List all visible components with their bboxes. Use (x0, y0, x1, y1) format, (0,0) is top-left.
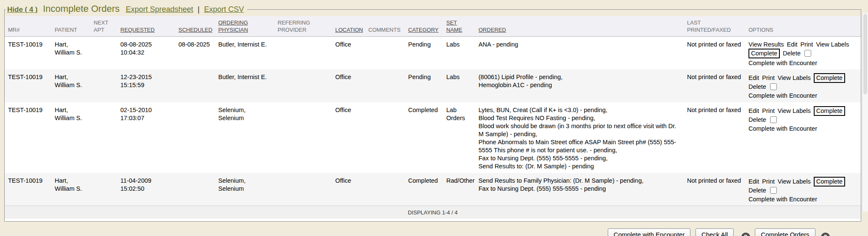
col-header-referring-provider: REFERRING PROVIDER (274, 16, 332, 36)
export-spreadsheet-link[interactable]: Export Spreadsheet (126, 5, 193, 14)
referring-provider-cell (274, 36, 332, 69)
orders-table-wrap: MR# PATIENT NEXT APT REQUESTED SCHEDULED… (5, 16, 861, 221)
view-labels-link[interactable]: View Labels (816, 41, 849, 48)
next-apt-cell (90, 173, 117, 206)
last-printed-cell: Not printed or faxed (684, 102, 745, 173)
hide-link[interactable]: Hide ( 4 ) (7, 5, 38, 14)
complete-link[interactable]: Complete (814, 73, 845, 83)
category-cell: Completed (405, 102, 443, 173)
view-labels-link[interactable]: View Labels (778, 74, 811, 81)
col-header-patient: PATIENT (51, 16, 90, 36)
complete-with-encounter-button[interactable]: Complete with Encounter (608, 228, 691, 236)
ordered-cell: Lytes, BUN, Creat (Call if K+ is <3.0) -… (475, 102, 684, 173)
col-header-next-apt: NEXT APT (90, 16, 117, 36)
referring-provider-cell (274, 102, 332, 173)
patient-cell: Hart, William S. (51, 102, 90, 173)
order-row: TEST-10019 Hart, William S. 02-15-2010 1… (5, 102, 861, 173)
view-labels-link[interactable]: View Labels (778, 107, 811, 114)
help-icon[interactable]: ? (821, 233, 830, 236)
check-all-button[interactable]: Check All (696, 228, 734, 236)
options-cell: EditPrintView LabelsCompleteDeleteComple… (745, 173, 861, 206)
scheduled-cell: 08-08-2025 (175, 36, 215, 69)
location-cell: Office (332, 36, 365, 69)
ordering-physician-cell: Selenium, Selenium (215, 173, 274, 206)
complete-link[interactable]: Complete (814, 106, 845, 116)
complete-checkbox[interactable] (770, 187, 777, 194)
complete-link[interactable]: Complete (748, 49, 780, 58)
category-cell: Pending (405, 36, 443, 69)
col-header-ordering-physician[interactable]: ORDERING PHYSICIAN (215, 16, 274, 36)
last-printed-cell: Not printed or faxed (684, 173, 745, 206)
edit-link[interactable]: Edit (787, 41, 798, 48)
pager-row: DISPLAYING 1-4 / 4 (5, 206, 861, 219)
help-icon[interactable]: ? (741, 233, 750, 236)
order-row: TEST-10019 Hart, William S. 11-04-2009 1… (5, 173, 861, 206)
ordered-cell: ANA - pending (475, 36, 684, 69)
last-printed-cell: Not printed or faxed (684, 36, 745, 69)
print-link[interactable]: Print (762, 74, 775, 81)
patient-cell: Hart, William S. (51, 36, 90, 69)
ordering-physician-cell: Butler, Internist E. (215, 36, 274, 69)
comments-cell (365, 102, 405, 173)
complete-checkbox[interactable] (770, 116, 777, 123)
panel-title: Incomplete Orders (43, 3, 120, 14)
referring-provider-cell (274, 173, 332, 206)
header-row: MR# PATIENT NEXT APT REQUESTED SCHEDULED… (5, 16, 861, 36)
options-cell: EditPrintView LabelsCompleteDeleteComple… (745, 102, 861, 173)
complete-with-encounter-link[interactable]: Complete with Encounter (748, 92, 854, 100)
col-header-set-name[interactable]: SET NAME (443, 16, 475, 36)
complete-with-encounter-link[interactable]: Complete with Encounter (748, 59, 854, 67)
patient-cell: Hart, William S. (51, 173, 90, 206)
requested-cell: 02-15-2010 17:03:07 (117, 102, 175, 173)
category-cell: Pending (405, 69, 443, 102)
comments-cell (365, 173, 405, 206)
col-header-mr: MR# (5, 16, 51, 36)
location-cell: Office (332, 173, 365, 206)
scrollbar-thumb[interactable] (863, 14, 867, 94)
panel-legend: Hide ( 4 ) Incomplete Orders Export Spre… (6, 3, 247, 15)
col-header-last-printed: LAST PRINTED/FAXED (684, 16, 745, 36)
complete-checkbox[interactable] (804, 50, 811, 57)
col-header-comments: COMMENTS (365, 16, 405, 36)
complete-with-encounter-link[interactable]: Complete with Encounter (748, 125, 854, 133)
set-name-cell: Labs (443, 36, 475, 69)
edit-link[interactable]: Edit (748, 107, 759, 114)
print-link[interactable]: Print (801, 41, 813, 48)
location-cell: Office (332, 102, 365, 173)
print-link[interactable]: Print (762, 107, 775, 114)
col-header-scheduled[interactable]: SCHEDULED (175, 16, 215, 36)
complete-link[interactable]: Complete (814, 177, 845, 187)
delete-link[interactable]: Delete (748, 187, 766, 194)
mr-cell: TEST-10019 (5, 102, 51, 173)
col-header-ordered[interactable]: ORDERED (475, 16, 684, 36)
mr-cell: TEST-10019 (5, 173, 51, 206)
view-labels-link[interactable]: View Labels (778, 178, 811, 185)
edit-link[interactable]: Edit (748, 178, 759, 185)
col-header-requested[interactable]: REQUESTED (117, 16, 175, 36)
bottom-button-bar: Complete with Encounter Check All ? Comp… (0, 228, 830, 236)
ordering-physician-cell: Selenium, Selenium (215, 102, 274, 173)
complete-with-encounter-link[interactable]: Complete with Encounter (748, 195, 854, 203)
order-row: TEST-10019 Hart, William S. 12-23-2015 1… (5, 69, 861, 102)
ordered-cell: Send Results to Family Physician: (Dr. M… (475, 173, 684, 206)
delete-link[interactable]: Delete (748, 83, 766, 90)
scheduled-cell (175, 102, 215, 173)
col-header-category[interactable]: CATEGORY (405, 16, 443, 36)
order-row: TEST-10019 Hart, William S. 08-08-2025 1… (5, 36, 861, 69)
patient-cell: Hart, William S. (51, 69, 90, 102)
complete-orders-button[interactable]: Complete Orders (755, 228, 815, 236)
mr-cell: TEST-10019 (5, 36, 51, 69)
col-header-options: OPTIONS (745, 16, 861, 36)
complete-checkbox[interactable] (770, 83, 777, 90)
export-csv-link[interactable]: Export CSV (204, 5, 244, 14)
delete-link[interactable]: Delete (783, 50, 801, 57)
print-link[interactable]: Print (762, 178, 775, 185)
next-apt-cell (90, 102, 117, 173)
view-results-link[interactable]: View Results (748, 41, 784, 48)
edit-link[interactable]: Edit (748, 74, 759, 81)
delete-link[interactable]: Delete (748, 116, 766, 123)
scrollbar[interactable] (862, 13, 868, 211)
options-cell: EditPrintView LabelsCompleteDeleteComple… (745, 69, 861, 102)
set-name-cell: Rad/Other (443, 173, 475, 206)
col-header-location[interactable]: LOCATION (332, 16, 365, 36)
